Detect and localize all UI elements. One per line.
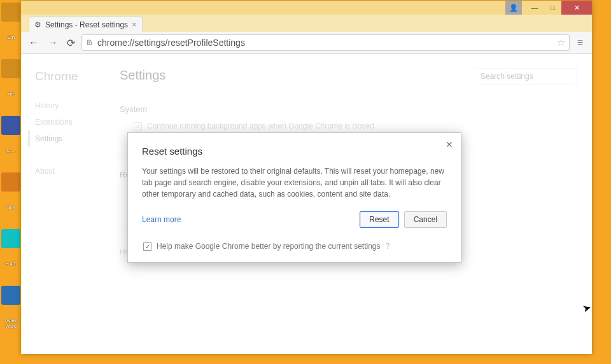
desktop-icon[interactable]: [1, 229, 20, 248]
user-button[interactable]: 👤: [505, 1, 522, 15]
tab-title: Settings - Reset settings: [45, 20, 128, 29]
address-bar[interactable]: 🗎 ☆: [81, 34, 570, 51]
tab-settings[interactable]: ⚙ Settings - Reset settings ×: [29, 17, 143, 32]
checkbox-checked-icon[interactable]: ✓: [143, 242, 151, 251]
maximize-button[interactable]: □: [544, 1, 561, 15]
desktop-label: ne: [0, 91, 22, 97]
desktop-icons-strip: Bin ne sc... la x e 4.0 bytes ware: [0, 0, 22, 364]
url-input[interactable]: [97, 38, 553, 48]
page-icon: 🗎: [86, 38, 94, 47]
dialog-body-text: Your settings will be restored to their …: [142, 165, 447, 200]
reload-button[interactable]: ⟳: [64, 34, 78, 52]
bookmark-star-icon[interactable]: ☆: [557, 37, 565, 48]
cancel-button[interactable]: Cancel: [404, 211, 447, 228]
help-report-row[interactable]: ✓ Help make Google Chrome better by repo…: [142, 242, 447, 251]
reset-settings-dialog: ✕ Reset settings Your settings will be r…: [127, 132, 461, 263]
browser-toolbar: ← → ⟳ 🗎 ☆ ≡: [21, 32, 592, 54]
close-window-button[interactable]: ✕: [561, 1, 592, 15]
forward-button[interactable]: →: [45, 34, 60, 51]
desktop-label: la x: [0, 204, 22, 210]
desktop-icon[interactable]: [1, 59, 20, 78]
close-dialog-button[interactable]: ✕: [446, 139, 453, 150]
dialog-title: Reset settings: [142, 146, 447, 157]
desktop-label: Bin: [0, 34, 22, 40]
desktop-label: bytes ware: [0, 318, 22, 329]
back-button[interactable]: ←: [26, 34, 41, 51]
tab-strip: ⚙ Settings - Reset settings ×: [21, 15, 592, 32]
desktop-icon[interactable]: [1, 3, 20, 22]
desktop-icon[interactable]: [1, 172, 20, 192]
gear-icon: ⚙: [34, 20, 41, 29]
minimize-button[interactable]: —: [526, 1, 544, 15]
desktop-label: sc...: [0, 148, 22, 153]
desktop-label: e 4.0: [0, 261, 22, 267]
close-tab-icon[interactable]: ×: [132, 20, 137, 29]
dialog-footer: Learn more Reset Cancel: [142, 211, 447, 228]
help-report-label: Help make Google Chrome better by report…: [157, 242, 381, 251]
desktop-icon[interactable]: [1, 286, 20, 305]
reset-button[interactable]: Reset: [360, 211, 398, 228]
window-titlebar[interactable]: 👤 — □ ✕: [21, 1, 592, 15]
hamburger-menu-icon[interactable]: ≡: [573, 37, 587, 48]
help-icon[interactable]: ?: [386, 242, 390, 251]
desktop-icon[interactable]: [1, 116, 20, 135]
learn-more-link[interactable]: Learn more: [142, 215, 181, 224]
